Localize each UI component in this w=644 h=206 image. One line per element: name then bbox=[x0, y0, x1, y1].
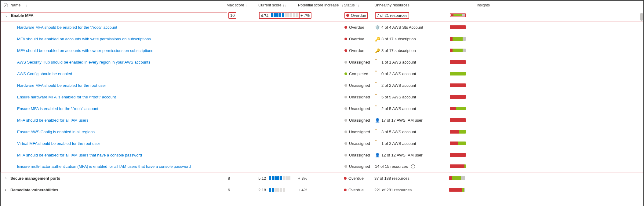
resource-health-bar bbox=[450, 118, 466, 122]
col-header-maxscore[interactable]: Max score ↑↓ bbox=[227, 3, 257, 7]
recommendation-link[interactable]: AWS Security Hub should be enabled in ev… bbox=[17, 60, 150, 64]
bar-segment-green bbox=[453, 49, 462, 52]
recommendation-link[interactable]: MFA should be enabled on accounts with o… bbox=[17, 48, 153, 53]
resources-cell: 🛡️ 4 of 4 AWS Sts Account bbox=[374, 25, 449, 30]
sort-icon[interactable]: ↑↓ bbox=[283, 3, 286, 7]
recommendation-row[interactable]: Ensure MFA is enabled for the \"root\" a… bbox=[1, 103, 644, 114]
resource-health-bar bbox=[450, 49, 466, 52]
sort-icon[interactable]: ↑↓ bbox=[24, 3, 27, 7]
score-pill bbox=[269, 188, 271, 192]
resources-cell: 221 of 281 resources bbox=[373, 188, 448, 192]
group-row[interactable]: › Remediate vulnerabilities 6 2.18 + 4% … bbox=[1, 184, 644, 196]
recommendations-table: ✓ Name ↑↓ Max score ↑↓ Current score ↑↓ … bbox=[1, 1, 644, 196]
header-name-text: Name bbox=[10, 3, 20, 7]
resources-cell: 14 of 15 resourcesi bbox=[374, 164, 449, 169]
status-dot-icon bbox=[344, 189, 347, 191]
status-dot-icon bbox=[344, 84, 347, 87]
bar-segment-grey bbox=[463, 49, 466, 52]
scrollbar-thumb[interactable] bbox=[640, 13, 643, 21]
sort-icon[interactable]: ↑↓ bbox=[356, 3, 359, 7]
chevron-down-icon[interactable]: ⌄ bbox=[4, 13, 9, 17]
bar-segment-red bbox=[449, 188, 462, 192]
info-icon[interactable]: i bbox=[411, 164, 415, 168]
recommendation-link[interactable]: AWS Config should be enabled bbox=[17, 72, 72, 76]
score-pill bbox=[269, 176, 271, 180]
status-cell: Unassigned bbox=[343, 130, 374, 134]
recommendation-row[interactable]: Ensure AWS Config is enabled in all regi… bbox=[1, 126, 644, 138]
resources-cell: 🔑 3 of 17 subscription bbox=[374, 37, 449, 41]
resource-health-bar bbox=[450, 164, 466, 168]
recommendation-link[interactable]: Hardware MFA should be enabled for the r… bbox=[17, 83, 106, 88]
status-cell: Unassigned bbox=[343, 141, 374, 146]
group-name: Enable MFA bbox=[11, 13, 34, 18]
group-row[interactable]: ⌄ Enable MFA 10 4.74 + 7% Overdue 7 of 2… bbox=[1, 10, 644, 21]
status-dot-icon bbox=[344, 72, 347, 75]
recommendation-link[interactable]: MFA should be enabled for all IAM users bbox=[17, 118, 88, 123]
sort-icon[interactable]: ↑↓ bbox=[246, 3, 249, 7]
chevron-right-icon[interactable]: › bbox=[4, 188, 8, 192]
score-pill bbox=[280, 188, 282, 192]
score-pill bbox=[279, 13, 281, 17]
resource-health-bar bbox=[450, 130, 466, 134]
recommendation-link[interactable]: Ensure multi-factor authentication (MFA)… bbox=[17, 164, 191, 169]
resources-cell: 👤 12 of 12 AWS IAM user bbox=[374, 153, 449, 157]
resources-cell: 7 of 21 resources bbox=[374, 12, 449, 19]
recommendation-link[interactable]: Ensure hardware MFA is enabled for the \… bbox=[17, 95, 116, 99]
status-cell: Unassigned bbox=[343, 153, 374, 157]
recommendation-row[interactable]: MFA should be enabled on accounts with w… bbox=[1, 33, 644, 45]
col-header-status[interactable]: Status ↑↓ bbox=[343, 3, 373, 7]
recommendation-link[interactable]: Ensure MFA is enabled for the \"root\" a… bbox=[17, 106, 98, 111]
resource-health-bar bbox=[450, 107, 466, 110]
resource-health-bar bbox=[449, 188, 465, 192]
recommendation-link[interactable]: Virtual MFA should be enabled for the ro… bbox=[17, 141, 100, 146]
recommendation-row[interactable]: Ensure multi-factor authentication (MFA)… bbox=[1, 161, 644, 172]
score-pill bbox=[274, 13, 276, 17]
resource-health-bar bbox=[450, 153, 466, 157]
recommendation-row[interactable]: AWS Config should be enabled Completed 0… bbox=[1, 68, 644, 79]
recommendation-row[interactable]: AWS Security Hub should be enabled in ev… bbox=[1, 56, 644, 68]
bar-segment-red bbox=[450, 83, 466, 87]
user-icon: 👤 bbox=[375, 118, 380, 123]
col-header-name[interactable]: ✓ Name ↑↓ bbox=[1, 3, 227, 7]
recommendation-row[interactable]: Hardware MFA should be enabled for the \… bbox=[1, 21, 644, 33]
score-pill bbox=[286, 176, 288, 180]
resource-health-bar bbox=[450, 83, 466, 87]
status-cell: Overdue bbox=[343, 176, 373, 181]
group-name: Secure management ports bbox=[10, 176, 60, 181]
recommendation-link[interactable]: Ensure AWS Config is enabled in all regi… bbox=[17, 130, 95, 134]
bar-cell bbox=[449, 37, 467, 41]
recommendation-link[interactable]: MFA should be enabled for all IAM users … bbox=[17, 153, 142, 157]
recommendation-row[interactable]: MFA should be enabled on accounts with o… bbox=[1, 45, 644, 56]
potential-cell: + 4% bbox=[297, 188, 343, 192]
resource-health-bar bbox=[450, 95, 466, 99]
status-cell: Overdue bbox=[343, 25, 374, 30]
current-score-cell: 4.74 bbox=[258, 12, 297, 19]
col-header-unhealthy[interactable]: Unhealthy resources bbox=[373, 3, 448, 7]
bar-cell bbox=[449, 130, 467, 134]
score-pills bbox=[271, 13, 298, 17]
bar-segment-red bbox=[449, 176, 452, 180]
status-dot-icon bbox=[344, 49, 347, 52]
bar-segment-red bbox=[450, 60, 466, 64]
recommendation-row[interactable]: MFA should be enabled for all IAM users … bbox=[1, 114, 644, 126]
chevron-right-icon[interactable]: › bbox=[4, 176, 8, 180]
recommendation-row[interactable]: MFA should be enabled for all IAM users … bbox=[1, 149, 644, 161]
select-all-checkbox[interactable]: ✓ bbox=[4, 3, 8, 7]
group-row[interactable]: › Secure management ports 8 5.12 + 3% Ov… bbox=[1, 172, 644, 184]
status-dot-icon bbox=[344, 107, 347, 110]
score-pill bbox=[283, 176, 285, 180]
col-header-potential[interactable]: Potential score increase ↑↓ bbox=[297, 3, 343, 7]
resources-cell: 5 of 5 AWS account bbox=[374, 95, 449, 99]
resource-health-bar bbox=[450, 25, 466, 29]
recommendation-row[interactable]: Virtual MFA should be enabled for the ro… bbox=[1, 138, 644, 149]
recommendation-row[interactable]: Ensure hardware MFA is enabled for the \… bbox=[1, 91, 644, 103]
col-header-currentscore[interactable]: Current score ↑↓ bbox=[257, 3, 297, 7]
resources-cell: 🔑 3 of 17 subscription bbox=[374, 48, 449, 53]
recommendation-link[interactable]: MFA should be enabled on accounts with w… bbox=[17, 37, 151, 41]
bar-segment-red bbox=[450, 130, 459, 134]
col-header-insights[interactable]: Insights bbox=[475, 3, 482, 7]
recommendation-row[interactable]: Hardware MFA should be enabled for the r… bbox=[1, 79, 644, 91]
header-maxscore-text: Max score bbox=[227, 3, 244, 7]
score-pills bbox=[269, 188, 285, 192]
recommendation-link[interactable]: Hardware MFA should be enabled for the \… bbox=[17, 25, 117, 30]
